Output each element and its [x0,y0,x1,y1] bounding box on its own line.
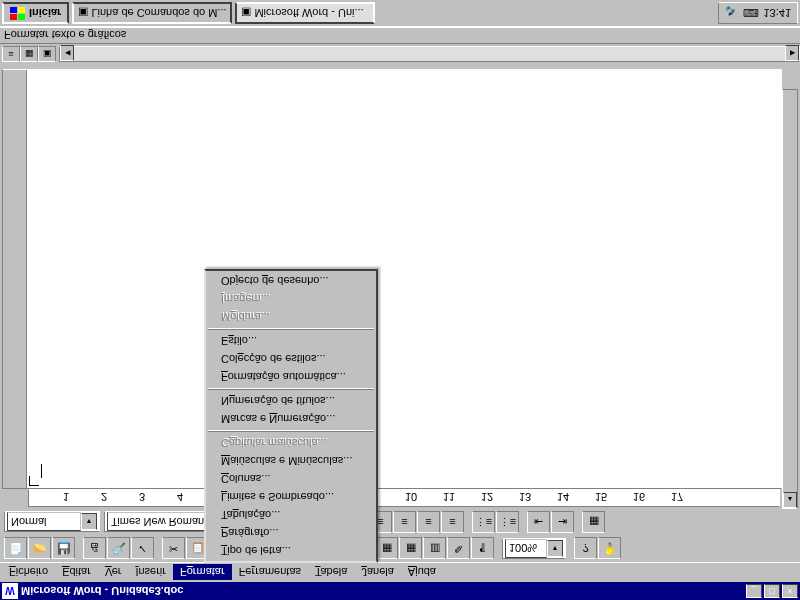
spell-button[interactable]: ✓ [131,538,154,560]
style-combo[interactable]: Normal ▼ [4,512,100,533]
ruler-mark: 14 [557,491,569,503]
menu-item[interactable]: Marcas e Numeração... [207,410,375,428]
align-center-button[interactable]: ≡ [393,511,416,533]
ruler-mark: 17 [671,491,683,503]
menu-separator [208,430,374,432]
print-button[interactable]: 🖨 [83,538,106,560]
page-corner-mark [29,476,39,486]
close-button[interactable]: × [782,584,798,598]
scroll-up-button[interactable]: ▲ [783,492,797,508]
app-icon: ▣ [78,7,88,20]
save-button[interactable]: 💾 [52,538,75,560]
maximize-button[interactable]: □ [764,584,780,598]
taskbar-task[interactable]: ▣Linha de Comandos do M... [72,2,232,24]
layout-view-button[interactable]: ▦ [20,46,38,62]
status-text: Formatar texto e gráficos [4,29,126,41]
help-button[interactable]: ? [574,538,597,560]
menu-ficheiro[interactable]: Ficheiro [2,565,55,581]
menu-separator [208,328,374,330]
show-button[interactable]: ¶ [471,538,494,560]
open-button[interactable]: 📂 [28,538,51,560]
menu-item[interactable]: Formatação automática... [207,368,375,386]
ruler-mark: 2 [101,491,107,503]
svg-rect-1 [18,14,25,20]
ruler-mark: 16 [633,491,645,503]
menu-tabela[interactable]: Tabela [308,565,354,581]
clock: 13:41 [763,7,791,19]
align-right-button[interactable]: ≡ [417,511,440,533]
ruler-mark: 11 [443,491,455,503]
menu-item[interactable]: Tabulação... [207,506,375,524]
taskbar: Iniciar ▣Linha de Comandos do M...▣Micro… [0,0,800,28]
menu-ferramentas[interactable]: Ferramentas [232,565,308,581]
zoom-value: 100% [509,543,537,555]
document-area[interactable] [2,69,782,489]
statusbar: Formatar texto e gráficos [0,26,800,44]
tip-button[interactable]: 💡 [598,538,621,560]
zoom-combo[interactable]: 100% ▼ [502,538,566,559]
menu-item[interactable]: Objecto de desenho... [207,272,375,290]
menu-item[interactable]: Estilo... [207,332,375,350]
format-menu-dropdown: Tipo de letra...Parágrafo...Tabulação...… [204,269,378,563]
excel-button[interactable]: ▦ [399,538,422,560]
svg-rect-2 [10,7,17,13]
scroll-left-button[interactable]: ◀ [60,45,74,61]
columns-button[interactable]: ▥ [423,538,446,560]
ruler[interactable]: 1234567891011121314151617 [28,489,780,507]
systray[interactable]: 🔊 ⌨ 13:41 [718,2,798,24]
menu-item[interactable]: Numeração de títulos... [207,392,375,410]
normal-view-button[interactable]: ≡ [2,46,20,62]
menu-janela[interactable]: Janela [354,565,400,581]
menu-ajuda[interactable]: Ajuda [401,565,443,581]
tray-icon[interactable]: 🔊 [725,7,739,20]
titlebar: W Microsoft Word - Unidade3.doc _ □ × [0,582,800,600]
menu-separator [208,388,374,390]
drawing-button[interactable]: ✎ [447,538,470,560]
preview-button[interactable]: 🔍 [107,538,130,560]
start-button[interactable]: Iniciar [2,2,69,24]
font-value: Times New Roman [111,516,204,528]
status-area: ≡ ▦ ▣ ◀ ▶ Formatar texto e gráficos [0,28,800,64]
menu-item[interactable]: Parágrafo... [207,524,375,542]
indent-button[interactable]: ⇥ [551,511,574,533]
menu-item[interactable]: Tipo de letra... [207,542,375,560]
chevron-down-icon[interactable]: ▼ [81,514,97,531]
menubar: FicheiroEditarVerInserirFormatarFerramen… [0,563,800,582]
windows-flag-icon [10,6,26,20]
menu-inserir[interactable]: Inserir [128,565,173,581]
menu-item[interactable]: Colecção de estilos... [207,350,375,368]
horizontal-scrollbar[interactable]: ◀ ▶ [59,46,800,62]
menu-item[interactable]: Maiúsculas e Minúsculas... [207,452,375,470]
menu-ver[interactable]: Ver [98,565,129,581]
ruler-mark: 4 [177,491,183,503]
menu-item[interactable]: Colunas... [207,470,375,488]
outdent-button[interactable]: ⇤ [527,511,550,533]
ruler-mark: 15 [595,491,607,503]
bullets-button[interactable]: ⋮≡ [496,511,519,533]
justify-button[interactable]: ≡ [441,511,464,533]
cut-button[interactable]: ✂ [162,538,185,560]
page-view-button[interactable]: ▣ [38,46,56,62]
numbering-button[interactable]: ⋮≡ [472,511,495,533]
minimize-button[interactable]: _ [746,584,762,598]
menu-editar[interactable]: Editar [55,565,98,581]
document-page[interactable] [27,70,781,488]
vertical-scrollbar[interactable]: ▲ [782,89,798,509]
ruler-mark: 12 [481,491,493,503]
ruler-mark: 3 [139,491,145,503]
menu-item[interactable]: Limites e Sombreado... [207,488,375,506]
taskbar-task[interactable]: ▣Microsoft Word - Uni... [235,2,375,24]
borders-button[interactable]: ▦ [582,511,605,533]
ruler-mark: 13 [519,491,531,503]
formatting-toolbar: Normal ▼ Times New Roman ▼ 10 ▼ B I U ≡ … [0,509,800,535]
ruler-mark: 1 [63,491,69,503]
table-button[interactable]: ▦ [375,538,398,560]
tray-icon[interactable]: ⌨ [743,7,759,20]
start-label: Iniciar [29,7,61,19]
text-cursor [41,464,767,478]
new-button[interactable]: 📄 [4,538,27,560]
menu-formatar[interactable]: Formatar [173,565,232,581]
titlebar-text: Microsoft Word - Unidade3.doc [21,585,744,597]
scroll-right-button[interactable]: ▶ [785,45,799,61]
chevron-down-icon[interactable]: ▼ [547,540,563,557]
